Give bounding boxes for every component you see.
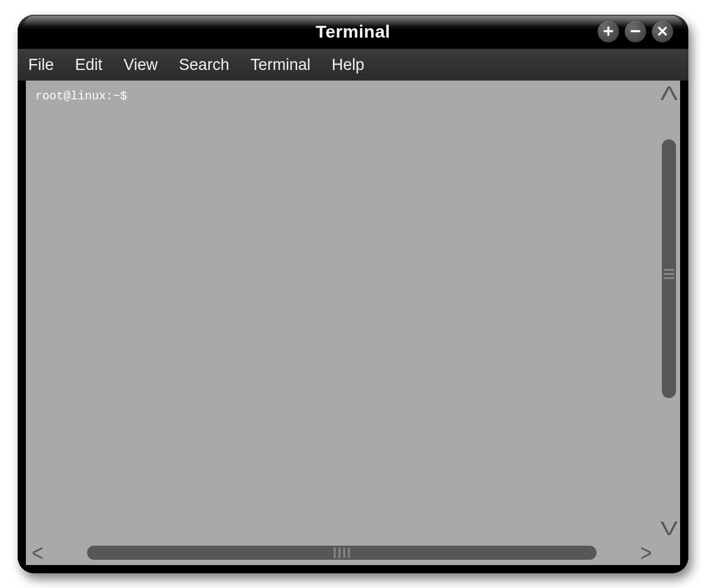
- scroll-left-button[interactable]: <: [29, 541, 46, 565]
- menu-help[interactable]: Help: [332, 56, 365, 74]
- plus-icon: [602, 25, 614, 39]
- scroll-right-button[interactable]: >: [638, 541, 654, 565]
- terminal-output[interactable]: root@linux:~$: [26, 81, 658, 540]
- chevron-right-icon: >: [640, 539, 652, 566]
- close-icon: [657, 25, 668, 39]
- thumb-grip-icon: [663, 269, 675, 279]
- window-controls: [598, 21, 673, 42]
- scroll-down-button[interactable]: V: [660, 518, 677, 538]
- menubar: File Edit View Search Terminal Help: [18, 49, 688, 81]
- horizontal-scroll-thumb[interactable]: [87, 546, 597, 560]
- vertical-scroll-thumb[interactable]: [662, 139, 676, 398]
- thumb-grip-icon: [334, 547, 350, 559]
- vertical-scrollbar: Λ V: [658, 81, 680, 540]
- close-button[interactable]: [652, 21, 673, 42]
- minimize-button[interactable]: [625, 21, 646, 42]
- chevron-down-icon: V: [660, 517, 677, 539]
- window-body: root@linux:~$ Λ V: [18, 81, 688, 573]
- shell-prompt: root@linux:~$: [35, 89, 127, 103]
- window-title: Terminal: [316, 22, 391, 42]
- chevron-left-icon: <: [32, 539, 44, 566]
- terminal-window: Terminal: [18, 15, 688, 573]
- menu-edit[interactable]: Edit: [75, 56, 103, 74]
- menu-file[interactable]: File: [28, 56, 54, 74]
- menu-view[interactable]: View: [124, 56, 158, 74]
- vertical-scroll-track[interactable]: [662, 104, 676, 517]
- scroll-up-button[interactable]: Λ: [660, 83, 678, 103]
- chevron-up-icon: Λ: [660, 82, 678, 104]
- new-tab-button[interactable]: [598, 21, 619, 42]
- horizontal-scroll-track[interactable]: [52, 546, 632, 560]
- menu-terminal[interactable]: Terminal: [251, 56, 311, 74]
- horizontal-scrollbar: < >: [26, 540, 658, 565]
- minus-icon: [630, 25, 641, 39]
- content-row: root@linux:~$ Λ V: [26, 81, 680, 540]
- menu-search[interactable]: Search: [179, 56, 229, 74]
- scrollbar-corner: [658, 540, 680, 565]
- titlebar[interactable]: Terminal: [18, 15, 688, 49]
